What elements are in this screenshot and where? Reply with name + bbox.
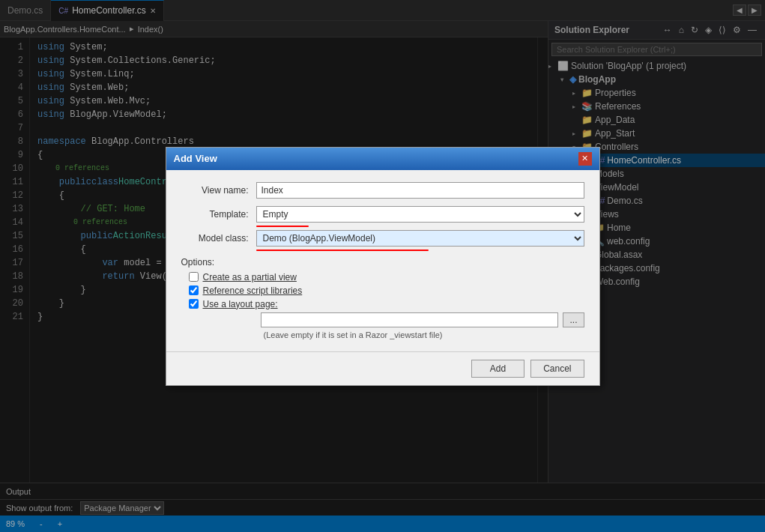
template-red-underline	[256, 226, 309, 227]
partial-view-row: Create as a partial view	[181, 272, 584, 282]
partial-view-label-text: Create as a partial view	[203, 272, 297, 282]
partial-view-label[interactable]: Create as a partial view	[203, 272, 297, 282]
template-select-wrapper: Empty Create Delete Details Edit List	[256, 206, 584, 223]
modal-body: View name: Template: Empty Create Delete…	[166, 170, 599, 351]
browse-button[interactable]: ...	[563, 312, 584, 327]
reference-scripts-label[interactable]: Reference script libraries	[203, 285, 303, 296]
partial-view-checkbox[interactable]	[189, 272, 199, 282]
reference-scripts-checkbox[interactable]	[189, 285, 199, 295]
template-row: Template: Empty Create Delete Details Ed…	[181, 206, 584, 223]
options-label: Options:	[181, 257, 584, 267]
hint-text: (Leave empty if it is set in a Razor _vi…	[181, 330, 584, 339]
layout-page-row: Use a layout page:	[181, 299, 584, 309]
add-view-modal: Add View ✕ View name: Template: Empty Cr…	[166, 147, 600, 386]
model-class-select[interactable]: Demo (BlogApp.ViewModel)	[256, 230, 584, 247]
add-button[interactable]: Add	[471, 360, 524, 378]
view-name-label: View name:	[181, 185, 249, 196]
cancel-button[interactable]: Cancel	[530, 360, 584, 378]
template-label: Template:	[181, 209, 249, 220]
view-name-row: View name:	[181, 182, 584, 199]
layout-page-label[interactable]: Use a layout page:	[203, 299, 278, 309]
modal-close-button[interactable]: ✕	[578, 152, 592, 166]
layout-path-input[interactable]	[261, 312, 559, 327]
modal-overlay: Add View ✕ View name: Template: Empty Cr…	[0, 0, 765, 532]
modal-title: Add View	[174, 153, 217, 164]
options-section: Options: Create as a partial view Refere…	[181, 257, 584, 339]
model-class-red-underline	[256, 250, 429, 251]
reference-scripts-row: Reference script libraries	[181, 285, 584, 296]
layout-page-label-text: Use a layout page:	[203, 299, 278, 309]
modal-title-bar: Add View ✕	[166, 148, 599, 170]
model-class-label: Model class:	[181, 233, 249, 244]
reference-scripts-label-text: Reference script libraries	[203, 285, 303, 296]
modal-footer: Add Cancel	[166, 351, 599, 385]
view-name-input[interactable]	[256, 182, 584, 199]
template-select[interactable]: Empty Create Delete Details Edit List	[256, 206, 584, 223]
model-class-select-wrapper: Demo (BlogApp.ViewModel)	[256, 230, 584, 247]
layout-path-row: ...	[181, 312, 584, 327]
layout-page-checkbox[interactable]	[189, 299, 199, 309]
model-class-row: Model class: Demo (BlogApp.ViewModel)	[181, 230, 584, 247]
